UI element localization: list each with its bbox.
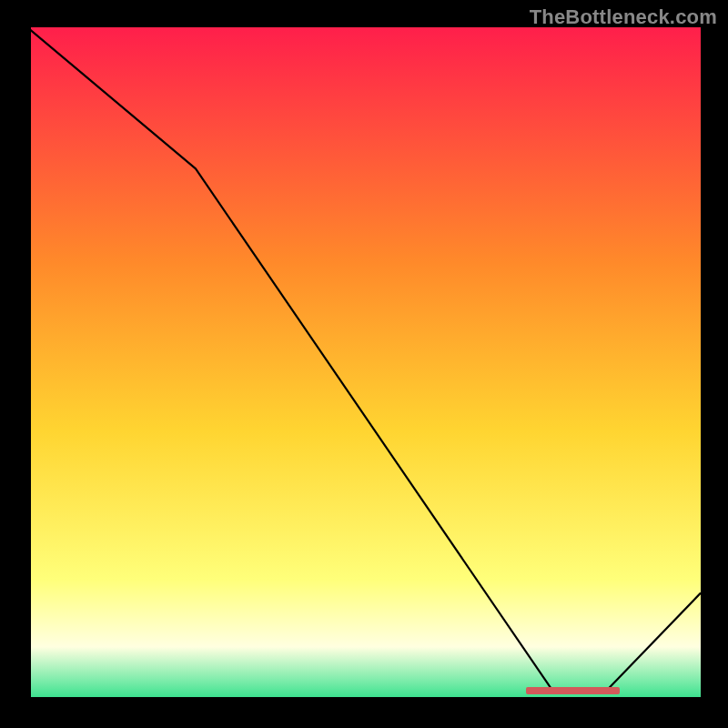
svg-rect-0 — [27, 27, 701, 701]
chart-stage: TheBottleneck.com — [0, 0, 728, 728]
optimal-marker — [526, 687, 621, 694]
watermark-text: TheBottleneck.com — [530, 5, 717, 29]
gradient-background — [27, 27, 701, 701]
